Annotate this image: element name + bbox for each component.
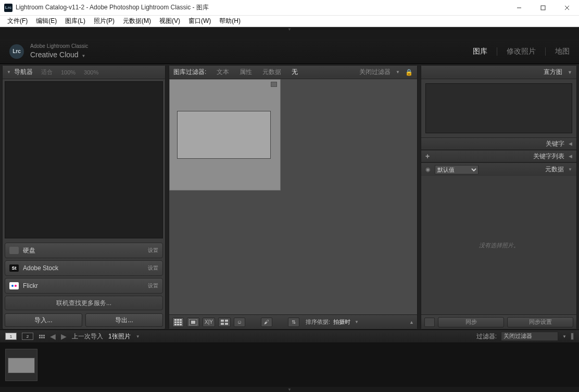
navigator-fit[interactable]: 适合 xyxy=(41,68,53,76)
window-title: Lightroom Catalog-v11-2 - Adobe Photosho… xyxy=(16,3,507,12)
flickr-icon xyxy=(9,282,19,289)
menu-window[interactable]: 窗口(W) xyxy=(184,16,215,27)
menu-metadata[interactable]: 元数据(M) xyxy=(119,16,155,27)
svg-rect-5 xyxy=(177,319,179,321)
import-button[interactable]: 导入... xyxy=(5,313,82,327)
chevron-left-icon: ◀ xyxy=(569,154,572,159)
publish-harddisk-settings[interactable]: 设置 xyxy=(148,247,158,254)
sync-button[interactable]: 同步 xyxy=(438,317,504,327)
filmstrip-count: 1张照片 xyxy=(108,332,131,341)
navigator-header[interactable]: ▼ 导航器 适合 100% 300% xyxy=(3,66,165,79)
keyword-list-header[interactable]: + 关键字列表 ◀ xyxy=(421,150,576,162)
sort-direction-button[interactable]: ⇅ xyxy=(288,318,299,327)
module-separator xyxy=(545,47,546,56)
chevron-down-icon[interactable]: ▼ xyxy=(562,334,567,339)
filmstrip-cell[interactable] xyxy=(5,349,37,381)
thumbnail[interactable] xyxy=(177,111,271,159)
find-more-services-button[interactable]: 联机查找更多服务... xyxy=(5,296,163,310)
grid-view-button[interactable] xyxy=(172,318,184,327)
filter-attribute[interactable]: 属性 xyxy=(240,68,252,77)
publish-flickr-row[interactable]: Flickr 设置 xyxy=(5,278,163,294)
grid-icon[interactable] xyxy=(39,334,45,338)
filmstrip[interactable] xyxy=(0,343,579,387)
window-minimize-button[interactable] xyxy=(507,0,531,15)
export-button[interactable]: 导出... xyxy=(85,313,163,327)
lock-icon[interactable]: 🔒 xyxy=(405,69,413,76)
brand-line1: Adobe Lightroom Classic xyxy=(30,43,88,49)
keywords-header[interactable]: 关键字 ◀ xyxy=(421,137,576,150)
filmstrip-source[interactable]: 上一次导入 xyxy=(72,332,103,341)
filmstrip-filter-select[interactable]: 关闭过滤器 xyxy=(501,332,558,341)
app-icon: Lrc xyxy=(4,4,12,12)
module-library[interactable]: 图库 xyxy=(473,45,487,58)
histogram-title: 直方图 xyxy=(544,68,562,77)
metadata-header[interactable]: ◉ 默认值 元数据 ▼ xyxy=(421,162,576,176)
chevron-left-icon: ◀ xyxy=(569,141,572,146)
eye-icon[interactable]: ◉ xyxy=(425,166,431,173)
flag-icon[interactable] xyxy=(271,82,277,87)
nav-forward-button[interactable]: ▶ xyxy=(61,332,67,340)
filter-text[interactable]: 文本 xyxy=(217,68,229,77)
grid-view[interactable] xyxy=(169,79,417,314)
chevron-up-icon[interactable]: ▲ xyxy=(409,320,414,325)
filmstrip-thumbnail[interactable] xyxy=(8,358,35,373)
compare-view-button[interactable]: X|Y xyxy=(203,318,215,327)
filmstrip-header: 1 2 ◀ ▶ 上一次导入 1张照片 ▼ 过滤器: 关闭过滤器 ▼ xyxy=(0,330,579,343)
sort-value[interactable]: 拍摄时 xyxy=(333,318,350,326)
menu-library[interactable]: 图库(L) xyxy=(61,16,90,27)
menu-view[interactable]: 视图(V) xyxy=(155,16,184,27)
window-close-button[interactable] xyxy=(555,0,579,15)
chevron-down-icon[interactable]: ▼ xyxy=(136,334,140,339)
adobestock-icon: St xyxy=(9,264,19,272)
module-map[interactable]: 地图 xyxy=(555,45,570,58)
svg-rect-6 xyxy=(180,319,182,321)
screen-2-button[interactable]: 2 xyxy=(22,333,33,340)
publish-harddisk-row[interactable]: 硬盘 设置 xyxy=(5,243,163,258)
svg-rect-4 xyxy=(174,319,177,321)
svg-rect-18 xyxy=(225,323,228,325)
sync-settings-button[interactable]: 同步设置 xyxy=(507,317,573,327)
nav-back-button[interactable]: ◀ xyxy=(50,332,56,340)
svg-rect-14 xyxy=(191,321,195,324)
keyword-list-title: 关键字列表 xyxy=(533,152,564,161)
menu-edit[interactable]: 编辑(E) xyxy=(32,16,61,27)
publish-adobestock-row[interactable]: St Adobe Stock 设置 xyxy=(5,260,163,276)
navigator-100[interactable]: 100% xyxy=(61,69,75,75)
filter-none[interactable]: 无 xyxy=(292,68,298,77)
publish-flickr-settings[interactable]: 设置 xyxy=(148,282,158,289)
screen-1-button[interactable]: 1 xyxy=(5,333,17,340)
sync-row: 同步 同步设置 xyxy=(421,314,576,329)
navigator-preview[interactable] xyxy=(5,81,163,238)
navigator-300[interactable]: 300% xyxy=(84,69,98,75)
chevron-down-icon[interactable]: ▼ xyxy=(355,320,359,324)
metadata-preset-select[interactable]: 默认值 xyxy=(435,165,479,174)
svg-rect-10 xyxy=(174,324,177,325)
menu-file[interactable]: 文件(F) xyxy=(3,16,32,27)
loupe-view-button[interactable] xyxy=(187,318,199,327)
center-panel: 图库过滤器: 文本 属性 元数据 无 关闭过滤器 ▼ 🔒 xyxy=(169,65,418,330)
survey-view-button[interactable] xyxy=(218,318,231,327)
window-maximize-button[interactable] xyxy=(531,0,555,15)
sync-switch[interactable] xyxy=(424,318,435,327)
filter-close[interactable]: 关闭过滤器 xyxy=(359,68,391,77)
module-picker: 图库 修改照片 地图 xyxy=(473,45,570,58)
keywords-title: 关键字 xyxy=(546,140,564,148)
publish-adobestock-settings[interactable]: 设置 xyxy=(148,264,158,272)
grid-cell[interactable] xyxy=(169,79,281,191)
plus-icon[interactable]: + xyxy=(425,152,430,160)
painter-tool-button[interactable]: 🖌 xyxy=(261,318,272,327)
histogram-header[interactable]: 直方图 ▼ xyxy=(421,66,576,79)
menu-help[interactable]: 帮助(H) xyxy=(215,16,245,27)
menu-photo[interactable]: 照片(P) xyxy=(90,16,119,27)
brand-block[interactable]: Adobe Lightroom Classic Creative Cloud▼ xyxy=(30,43,88,59)
navigator-title: 导航器 xyxy=(14,68,33,77)
filter-metadata[interactable]: 元数据 xyxy=(262,68,281,77)
module-develop[interactable]: 修改照片 xyxy=(507,45,536,58)
svg-rect-11 xyxy=(177,324,179,325)
chevron-down-icon[interactable]: ▼ xyxy=(396,70,400,74)
thumbnail-size-slider[interactable] xyxy=(571,333,574,340)
people-view-button[interactable]: ☺ xyxy=(234,318,245,327)
right-panel: 直方图 ▼ 关键字 ◀ + 关键字列表 ◀ ◉ 默认值 元数据 ▼ 没有选择照片… xyxy=(421,65,577,330)
top-collapse-handle[interactable]: ▼ xyxy=(0,27,579,32)
bottom-collapse-handle[interactable]: ▼ xyxy=(0,387,579,392)
